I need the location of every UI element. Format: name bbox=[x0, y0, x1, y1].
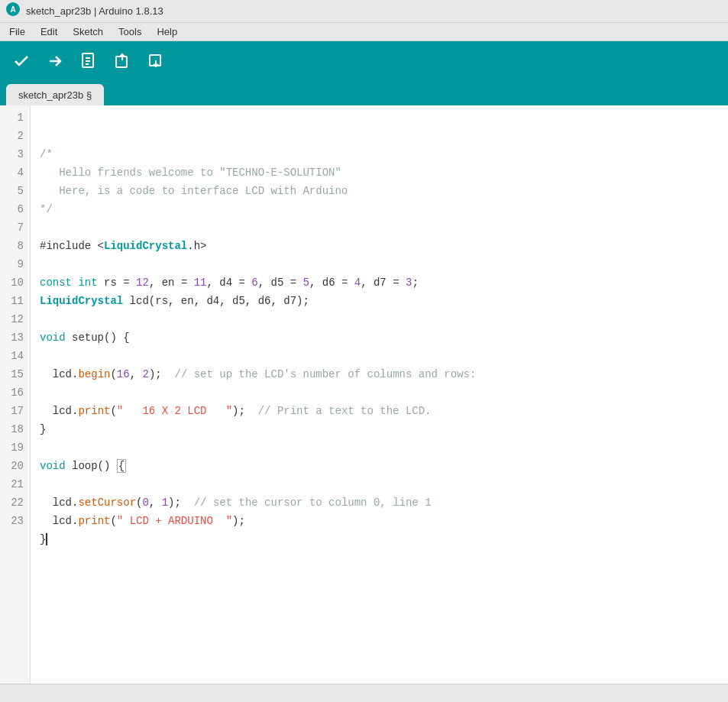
line-num: 8 bbox=[6, 237, 24, 255]
window-title: sketch_apr23b | Arduino 1.8.13 bbox=[26, 5, 163, 17]
line-num: 12 bbox=[6, 310, 24, 328]
line-num: 20 bbox=[6, 457, 24, 475]
menu-help[interactable]: Help bbox=[150, 24, 183, 39]
menu-tools[interactable]: Tools bbox=[112, 24, 147, 39]
menu-sketch[interactable]: Sketch bbox=[66, 24, 109, 39]
upload-button[interactable] bbox=[40, 46, 70, 76]
line-num: 4 bbox=[6, 163, 24, 182]
menu-file[interactable]: File bbox=[3, 24, 31, 39]
open-button[interactable] bbox=[107, 46, 138, 76]
verify-button[interactable] bbox=[6, 46, 37, 76]
line-num: 1 bbox=[6, 108, 24, 127]
line-num: 22 bbox=[6, 493, 24, 512]
line-num: 9 bbox=[6, 255, 24, 273]
line-num: 18 bbox=[6, 420, 24, 438]
line-num: 7 bbox=[6, 218, 24, 237]
toolbar bbox=[0, 41, 728, 81]
new-button[interactable] bbox=[73, 46, 104, 76]
app-logo: A bbox=[6, 2, 20, 20]
title-bar: A sketch_apr23b | Arduino 1.8.13 bbox=[0, 0, 728, 23]
svg-text:A: A bbox=[10, 5, 15, 14]
line-num: 6 bbox=[6, 200, 24, 218]
line-num: 3 bbox=[6, 145, 24, 163]
line-num: 23 bbox=[6, 512, 24, 530]
menu-bar: File Edit Sketch Tools Help bbox=[0, 23, 728, 41]
status-bar bbox=[0, 684, 728, 702]
line-num: 11 bbox=[6, 292, 24, 310]
tab-label: sketch_apr23b § bbox=[18, 89, 92, 101]
line-num: 16 bbox=[6, 383, 24, 402]
line-num: 2 bbox=[6, 127, 24, 145]
save-button[interactable] bbox=[141, 46, 171, 76]
code-text[interactable]: /* Hello friends welcome to "TECHNO-E-SO… bbox=[31, 105, 728, 684]
menu-edit[interactable]: Edit bbox=[34, 24, 63, 39]
line-num: 10 bbox=[6, 273, 24, 292]
line-numbers: 1 2 3 4 5 6 7 8 9 10 11 12 13 14 15 16 1… bbox=[0, 105, 31, 684]
line-num: 17 bbox=[6, 402, 24, 420]
sketch-tab[interactable]: sketch_apr23b § bbox=[6, 84, 104, 105]
line-num: 14 bbox=[6, 347, 24, 365]
line-num: 5 bbox=[6, 182, 24, 200]
line-num: 13 bbox=[6, 328, 24, 347]
tab-bar: sketch_apr23b § bbox=[0, 81, 728, 105]
line-num: 21 bbox=[6, 475, 24, 493]
code-editor[interactable]: 1 2 3 4 5 6 7 8 9 10 11 12 13 14 15 16 1… bbox=[0, 105, 728, 684]
line-num: 19 bbox=[6, 438, 24, 457]
line-num: 15 bbox=[6, 365, 24, 383]
